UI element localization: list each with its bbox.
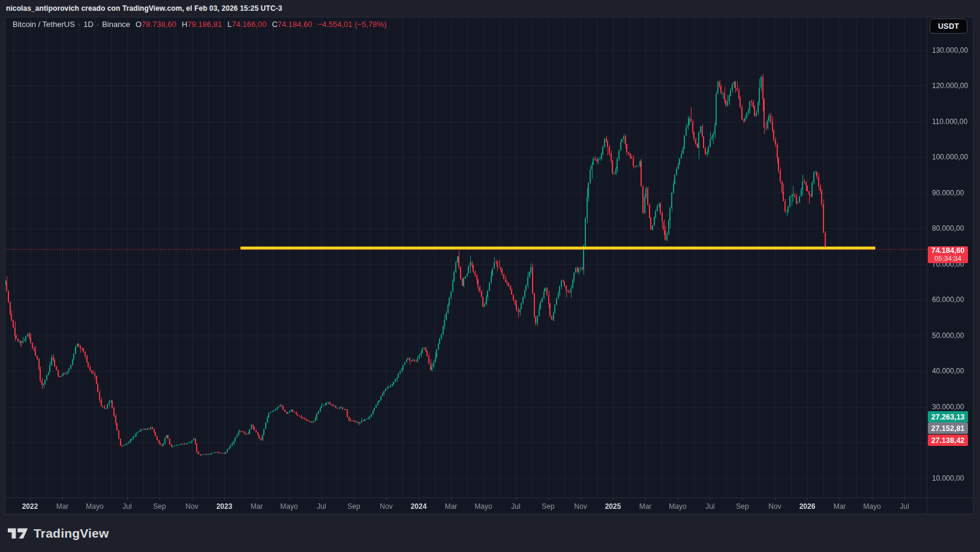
x-axis-label: Jul — [122, 502, 131, 511]
legend-symbol: Bitcoin / TetherUS — [13, 20, 75, 29]
indicator-value-badge: 27.263,13 — [928, 411, 968, 423]
y-axis-label: 30.000,00 — [932, 403, 964, 411]
y-axis-label: 40.000,00 — [932, 367, 964, 375]
x-axis-label: Sep — [542, 502, 554, 511]
x-axis-label: 2022 — [22, 502, 38, 511]
x-axis-label: Mar — [445, 502, 458, 511]
legend-low: L74.166,00 — [227, 20, 266, 29]
x-axis-label: 2024 — [411, 502, 427, 511]
x-axis-label: Jul — [511, 502, 520, 511]
y-axis-label: 100.000,00 — [932, 153, 968, 161]
x-axis-label: Jul — [900, 502, 909, 511]
x-axis-label: Mar — [251, 502, 263, 511]
currency-toggle-button[interactable]: USDT — [930, 19, 967, 34]
legend-exchange: Binance — [102, 20, 130, 29]
x-axis-label: Sep — [153, 502, 166, 511]
legend-close: C74.184,60 — [272, 20, 312, 29]
y-axis-label: 130.000,00 — [932, 46, 968, 55]
x-axis-label: Mar — [639, 502, 652, 511]
price-chart-canvas[interactable] — [0, 0, 980, 552]
x-axis-label: Mar — [56, 502, 69, 511]
y-axis-label: 90.000,00 — [932, 189, 964, 197]
legend-open: O78.738,60 — [136, 20, 176, 29]
current-price-badge: 74.184,60 05:34:34 — [928, 246, 968, 263]
bar-countdown: 05:34:34 — [934, 255, 961, 263]
x-axis-label: Mayo — [669, 502, 686, 511]
legend-separator: · — [75, 20, 83, 29]
x-axis-label: Mayo — [474, 502, 492, 511]
symbol-legend: Bitcoin / TetherUS·1D·BinanceO78.738,60H… — [13, 20, 387, 29]
x-axis-label: Jul — [705, 502, 714, 511]
y-axis-label: 10.000,00 — [932, 474, 964, 482]
x-axis-label: Mayo — [86, 502, 103, 511]
current-price-value: 74.184,60 — [931, 247, 965, 255]
x-axis-label: Nov — [768, 502, 781, 511]
x-axis-label: Sep — [736, 502, 748, 511]
indicator-value-badge: 27.138,42 — [928, 435, 968, 446]
x-axis-label: Mayo — [863, 502, 880, 511]
legend-high: H79.186,81 — [182, 20, 222, 29]
tradingview-snapshot-page: nicolas_antiporovich creado con TradingV… — [0, 0, 980, 552]
legend-interval: 1D — [83, 20, 94, 29]
y-axis-label: 50.000,00 — [932, 331, 964, 340]
y-axis-label: 110.000,00 — [932, 117, 967, 126]
x-axis-label: 2026 — [799, 502, 816, 511]
x-axis-label: Sep — [347, 502, 360, 511]
x-axis-label: 2023 — [217, 502, 233, 511]
x-axis-label: Mayo — [280, 502, 297, 511]
x-axis-label: Nov — [185, 502, 198, 511]
x-axis-label: 2025 — [605, 502, 621, 511]
x-axis-label: Mar — [834, 502, 846, 511]
x-axis-label: Jul — [317, 502, 326, 511]
x-axis-label: Nov — [574, 502, 587, 511]
y-axis-label: 120.000,00 — [932, 82, 968, 90]
y-axis-label: 60.000,00 — [932, 295, 964, 304]
x-axis-label: Nov — [380, 502, 392, 511]
legend-change: −4.554,01 (−5,78%) — [318, 20, 387, 29]
y-axis-label: 80.000,00 — [932, 224, 964, 233]
indicator-value-badge: 27.152,81 — [928, 423, 968, 434]
legend-separator: · — [94, 20, 102, 29]
